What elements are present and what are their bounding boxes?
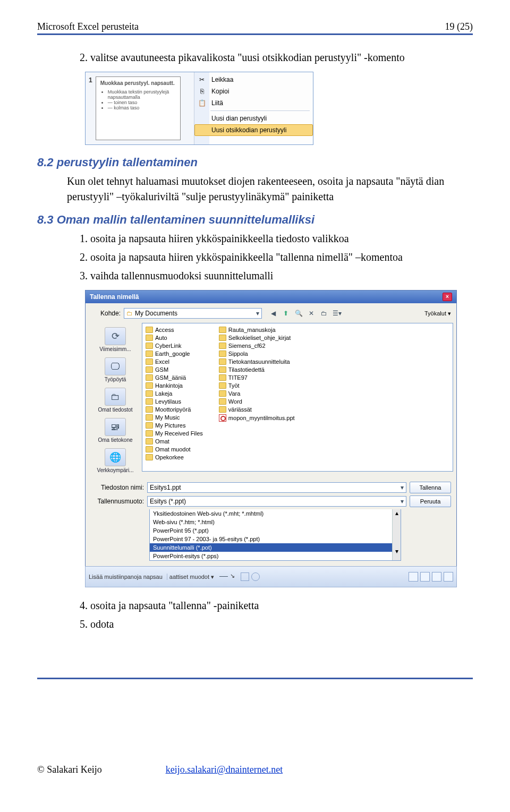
folder-icon <box>146 430 153 437</box>
dropdown-option[interactable]: PowerPoint-esitys (*.pps) <box>150 552 392 560</box>
menu-item-icon <box>198 126 206 134</box>
folder-icon <box>146 422 153 429</box>
dropdown-option[interactable]: Web-sivu (*.htm; *.html) <box>150 518 392 526</box>
views-icon[interactable]: ☰▾ <box>332 309 342 318</box>
context-menu-item[interactable]: Uusi otsikkodian perustyyli <box>194 124 313 136</box>
tool-icon[interactable] <box>420 572 430 582</box>
file-item[interactable]: Vara <box>219 390 295 397</box>
new-folder-icon[interactable]: 🗀 <box>319 309 329 318</box>
places-item[interactable]: 🖳Oma tietokone <box>90 416 141 445</box>
file-item[interactable]: Excel <box>146 358 203 365</box>
cancel-button[interactable]: Peruuta <box>410 495 451 507</box>
list-item: osoita ja napsauta hiiren ykköspainikkee… <box>90 250 473 265</box>
file-item[interactable]: Selkokieliset_ohje_kirjat <box>219 335 295 341</box>
file-item[interactable]: Työt <box>219 382 295 389</box>
paragraph-8-2: Kun olet tehnyt haluamasi muutokset dioj… <box>37 174 473 204</box>
places-item[interactable]: 🗀Omat tiedostot <box>90 386 141 415</box>
dialog-title: Tallenna nimellä <box>90 293 139 301</box>
file-item[interactable]: Opekorkee <box>146 454 203 460</box>
file-item[interactable]: Omat <box>146 438 203 445</box>
rect-icon[interactable] <box>241 572 249 581</box>
context-menu-item[interactable]: ✂Leikkaa <box>194 74 313 86</box>
context-menu: ✂Leikkaa⎘Kopioi📋LiitäUusi dian perustyyl… <box>194 72 313 144</box>
filename-input[interactable]: Esitys1.ppt▾ <box>147 482 406 493</box>
footer-email-link[interactable]: keijo.salakari@dnainternet.net <box>166 764 283 775</box>
tool-icon[interactable] <box>444 572 453 582</box>
file-item[interactable]: Rauta_manuskoja <box>219 327 295 333</box>
place-icon: 🗀 <box>105 388 126 406</box>
list-item: odota <box>90 617 473 632</box>
places-item[interactable]: 🖵Työpöytä <box>90 355 141 384</box>
file-item[interactable]: Word <box>219 398 295 405</box>
context-menu-item[interactable]: ⎘Kopioi <box>194 86 313 97</box>
file-item[interactable]: Sippola <box>219 351 295 357</box>
save-as-dialog-screenshot: Tallenna nimellä × Kohde: 🗀 My Documents… <box>85 290 457 567</box>
step-list-1: valitse avautuneesta pikavalikosta "uusi… <box>37 50 473 65</box>
delete-icon[interactable]: ✕ <box>307 309 316 318</box>
folder-icon: 🗀 <box>126 310 133 317</box>
file-item[interactable]: My Music <box>146 414 203 421</box>
file-item[interactable]: Tilastotiedettä <box>219 366 295 373</box>
tools-menu[interactable]: Työkalut ▾ <box>424 310 451 317</box>
dropdown-option[interactable]: Yksitiedostoinen Web-sivu (*.mht; *.mhtm… <box>150 509 392 518</box>
folder-icon <box>146 398 153 405</box>
file-item[interactable]: Lakeja <box>146 390 203 397</box>
oval-icon[interactable] <box>251 572 260 581</box>
up-icon[interactable]: ⬆ <box>281 309 291 318</box>
dropdown-option[interactable]: PowerPoint 97 - 2003- ja 95-esitys (*.pp… <box>150 535 392 543</box>
file-item[interactable]: Levytilaus <box>146 398 203 405</box>
tool-icon[interactable] <box>409 572 418 582</box>
autoshapes-menu[interactable]: aattiset muodot ▾ <box>169 574 214 580</box>
dropdown-option[interactable]: Suunnittelumalli (*.pot) <box>150 543 392 552</box>
places-item[interactable]: 🌐Verkkoympäri... <box>90 446 141 475</box>
menu-item-icon: ⎘ <box>198 87 206 96</box>
folder-icon <box>146 343 153 349</box>
file-item[interactable]: My Pictures <box>146 422 203 429</box>
search-icon[interactable]: 🔍 <box>294 309 303 318</box>
place-icon: ⟳ <box>105 327 126 345</box>
file-item[interactable]: mopon_myyntilmoitus.ppt <box>219 414 295 422</box>
kohde-combo[interactable]: 🗀 My Documents ▾ <box>124 308 262 319</box>
file-item[interactable]: My Received Files <box>146 430 203 437</box>
file-item[interactable]: Omat muodot <box>146 446 203 452</box>
format-label: Tallennusmuoto: <box>91 498 144 505</box>
file-item[interactable]: Tietokantasuunnitteluita <box>219 358 295 365</box>
file-item[interactable]: CyberLink <box>146 343 203 349</box>
format-dropdown-list[interactable]: Yksitiedostoinen Web-sivu (*.mht; *.mhtm… <box>150 509 392 560</box>
file-item[interactable]: Moottoripyörä <box>146 406 203 413</box>
folder-icon <box>219 351 226 357</box>
file-item[interactable]: Access <box>146 327 203 333</box>
slide-number: 1 <box>89 76 92 84</box>
line-icon[interactable] <box>219 572 228 577</box>
places-item[interactable]: ⟳Viimeisimm... <box>90 325 141 354</box>
kohde-label: Kohde: <box>91 310 121 317</box>
context-menu-item[interactable]: Uusi dian perustyyli <box>194 113 313 124</box>
folder-icon <box>219 343 226 349</box>
place-icon: 🖵 <box>105 357 126 375</box>
save-button[interactable]: Tallenna <box>410 482 451 493</box>
tool-icon[interactable] <box>432 572 441 582</box>
dropdown-option[interactable]: PowerPoint 95 (*.ppt) <box>150 526 392 535</box>
header-right: 19 (25) <box>445 21 473 32</box>
back-icon[interactable]: ◀ <box>268 309 278 318</box>
folder-icon <box>146 327 153 333</box>
folder-icon <box>219 374 226 381</box>
arrow-icon[interactable]: ↘ <box>230 572 239 581</box>
folder-icon <box>146 438 153 445</box>
file-item[interactable]: Earth_google <box>146 351 203 357</box>
list-item: osoita ja napsauta "tallenna" -painikett… <box>90 598 473 613</box>
shapes-toolbar: Lisää muistiinpanoja napsau aattiset muo… <box>85 566 457 587</box>
scrollbar[interactable]: ▴ ▾ <box>392 509 401 560</box>
file-item[interactable]: väriässät <box>219 406 295 413</box>
file-item[interactable]: GSM_ääniä <box>146 374 203 381</box>
context-menu-item[interactable]: 📋Liitä <box>194 97 313 109</box>
file-item[interactable]: TITE97 <box>219 374 295 381</box>
format-combo[interactable]: Esitys (*.ppt)▾ <box>147 496 406 507</box>
folder-icon <box>219 382 226 389</box>
file-item[interactable]: Auto <box>146 335 203 341</box>
file-item[interactable]: GSM <box>146 366 203 373</box>
close-icon[interactable]: × <box>443 293 452 301</box>
folder-icon <box>219 358 226 365</box>
file-item[interactable]: Hankintoja <box>146 382 203 389</box>
file-item[interactable]: Siemens_cf62 <box>219 343 295 349</box>
